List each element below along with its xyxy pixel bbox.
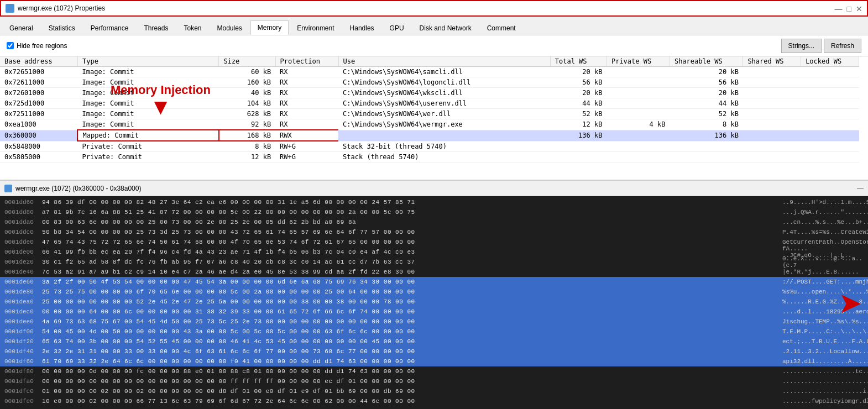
- table-row[interactable]: 0x72511000Image: Commit628 kBRXC:\Window…: [0, 109, 859, 119]
- hex-address: 0001dd60: [0, 199, 40, 206]
- hex-row[interactable]: 0001dfe010 e0 00 00 02 00 00 00 66 77 13…: [0, 396, 868, 406]
- hex-row[interactable]: 0001df2065 63 74 00 3b 00 00 00 54 52 55…: [0, 337, 868, 347]
- tab-environment[interactable]: Environment: [290, 20, 341, 35]
- table-cell: 0x5848000: [0, 141, 77, 152]
- hex-row[interactable]: 0001ddc050 b8 34 54 00 00 00 00 25 73 3d…: [0, 227, 868, 237]
- close-button[interactable]: ✕: [856, 4, 862, 13]
- table-cell: Image: Commit: [77, 119, 218, 130]
- hex-row[interactable]: 0001de0066 41 99 fb bb ec ea 20 7f f4 96…: [0, 247, 868, 257]
- table-cell: [606, 141, 670, 152]
- hex-bytes: 54 00 45 00 4d 00 50 00 00 00 00 00 43 3…: [40, 328, 782, 335]
- hex-row[interactable]: 0001de407c 53 a2 91 a7 a9 b1 c2 c9 14 10…: [0, 267, 868, 277]
- strings-button[interactable]: Strings...: [781, 39, 822, 53]
- table-row[interactable]: 0x725d1000Image: Commit104 kBRXC:\Window…: [0, 98, 859, 109]
- hex-bytes: 3a 2f 2f 00 50 4f 53 54 00 00 00 00 47 4…: [40, 279, 782, 285]
- table-cell: [801, 109, 859, 119]
- hide-free-regions-label[interactable]: Hide free regions: [7, 42, 67, 50]
- table-row[interactable]: 0x72611000Image: Commit160 kBRXC:\Window…: [0, 77, 859, 88]
- hex-row[interactable]: 0001dea025 00 00 00 00 00 00 00 52 2e 45…: [0, 297, 868, 307]
- hex-bytes: a7 81 9b 7c 16 6a 88 51 25 41 87 72 00 0…: [40, 209, 782, 216]
- hex-row[interactable]: 0001df0054 00 45 00 4d 00 50 00 00 00 00…: [0, 327, 868, 337]
- hex-bytes: 94 86 39 df 00 00 00 00 82 48 27 3e 64 c…: [40, 199, 782, 206]
- hex-row[interactable]: 0001df8000 00 00 00 0d 00 00 00 fc 00 00…: [0, 366, 868, 376]
- hex-address: 0001de60: [0, 279, 40, 285]
- title-bar: wermgr.exe (1072) Properties — □ ✕: [0, 0, 868, 17]
- hex-row[interactable]: 0001dd80a7 81 9b 7c 16 6a 88 51 25 41 87…: [0, 207, 868, 217]
- table-cell: 92 kB: [219, 119, 275, 130]
- col-header-lockedws: Locked WS: [801, 56, 859, 67]
- tab-performance[interactable]: Performance: [83, 20, 136, 35]
- hex-panel-title: wermgr.exe (1072) (0x360000 - 0x38a000): [15, 185, 141, 192]
- hex-ascii: GetCurrentPath..OpenStorage.....: [782, 239, 868, 245]
- hex-row[interactable]: 0001dde047 65 74 43 75 72 72 65 6e 74 50…: [0, 237, 868, 247]
- hex-row[interactable]: 0001dd6094 86 39 df 00 00 00 00 82 48 27…: [0, 197, 868, 207]
- hex-row[interactable]: 0001dda000 83 00 63 6e 00 00 00 00 25 00…: [0, 217, 868, 227]
- table-cell: 0xea1000: [0, 119, 77, 130]
- hex-bytes: 00 00 00 00 0d 00 00 00 fc 00 00 00 88 e…: [40, 368, 782, 375]
- table-cell: Image: Commit: [77, 67, 218, 77]
- hex-row[interactable]: 0001dec000 00 00 00 64 00 00 6c 00 00 00…: [0, 307, 868, 317]
- table-row[interactable]: 0xea1000Image: Commit92 kBRXC:\Windows\S…: [0, 119, 859, 130]
- hex-address: 0001ddc0: [0, 229, 40, 235]
- tab-handles[interactable]: Handles: [343, 20, 381, 35]
- table-cell: 0x725d1000: [0, 98, 77, 109]
- hex-ascii: ....d..l....18293...aeroflot....: [782, 308, 868, 315]
- table-row[interactable]: 0x72601000Image: Commit40 kBRXC:\Windows…: [0, 88, 859, 98]
- table-cell: [743, 152, 801, 162]
- hex-row[interactable]: 0001de2030 c1 f2 65 ad 58 8f dc fc 76 fb…: [0, 257, 868, 267]
- table-cell: [801, 77, 859, 88]
- tab-comment[interactable]: Comment: [480, 20, 523, 35]
- hex-ascii: ......................i...i.: [782, 388, 868, 395]
- table-cell: Image: Commit: [77, 88, 218, 98]
- hex-bytes: 61 70 69 33 32 2e 64 6c 6c 00 00 00 00 0…: [40, 358, 782, 365]
- tab-gpu[interactable]: GPU: [383, 20, 411, 35]
- hex-address: 0001df80: [0, 368, 40, 375]
- table-row[interactable]: 0x5805000Private: Commit12 kBRW+GStack (…: [0, 152, 859, 162]
- hex-ascii: ...j.Q%A.r......".......*.\u: [782, 209, 868, 216]
- hex-bytes: 30 c1 f2 65 ad 58 8f dc fc 76 fb ab 95 f…: [40, 259, 782, 265]
- table-cell: [550, 152, 606, 162]
- tab-token[interactable]: Token: [176, 20, 208, 35]
- hex-ascii: |e.*R.*j....E.8......: [782, 269, 868, 275]
- hex-ascii: ...cn....%.s...%e...b+..i.: [782, 219, 868, 226]
- table-cell: [743, 67, 801, 77]
- table-cell: 0x72601000: [0, 88, 77, 98]
- hex-row[interactable]: 0001dfc001 00 00 00 00 02 00 00 02 00 00…: [0, 386, 868, 396]
- table-row[interactable]: 0x72651000Image: Commit60 kBRXC:\Windows…: [0, 67, 859, 77]
- table-row[interactable]: 0x5848000Private: Commit8 kBRW+GStack 32…: [0, 141, 859, 152]
- table-cell: [801, 130, 859, 141]
- hex-bytes: 7c 53 a2 91 a7 a9 b1 c2 c9 14 10 e4 c7 2…: [40, 269, 782, 275]
- tab-memory[interactable]: Memory: [250, 20, 289, 35]
- hex-row[interactable]: 0001df402e 32 2e 31 31 00 00 33 00 33 00…: [0, 347, 868, 356]
- hex-row[interactable]: 0001dee04a 69 73 63 68 75 67 00 54 45 4d…: [0, 317, 868, 327]
- hex-row[interactable]: 0001de8025 73 25 75 00 00 00 00 6f 70 65…: [0, 287, 868, 297]
- table-cell: [550, 141, 606, 152]
- hex-row[interactable]: 0001de603a 2f 2f 00 50 4f 53 54 00 00 00…: [0, 277, 868, 287]
- tab-statistics[interactable]: Statistics: [41, 20, 82, 35]
- hide-free-regions-checkbox[interactable]: [7, 42, 14, 49]
- hex-ascii: .2.11..3.2...Locallow...shlw...: [782, 348, 868, 355]
- col-header-base: Base address: [0, 56, 77, 67]
- table-cell: RX: [275, 67, 338, 77]
- table-cell: 160 kB: [219, 77, 275, 88]
- table-cell: 20 kB: [670, 88, 742, 98]
- hex-row[interactable]: 0001df6061 70 69 33 32 2e 64 6c 6c 00 00…: [0, 356, 868, 366]
- tab-disk-and-network[interactable]: Disk and Network: [412, 20, 479, 35]
- table-cell: Stack (thread 5740): [338, 152, 550, 162]
- table-cell: C:\Windows\SysWOW64\samcli.dll: [338, 67, 550, 77]
- hex-bytes: 4a 69 73 63 68 75 67 00 54 45 4d 50 00 2…: [40, 318, 782, 325]
- maximize-button[interactable]: □: [847, 4, 851, 13]
- tab-threads[interactable]: Threads: [137, 20, 175, 35]
- table-cell: [670, 152, 742, 162]
- hex-bytes: 2e 32 2e 31 31 00 00 33 00 33 00 00 4c 6…: [40, 348, 782, 355]
- minimize-button[interactable]: —: [835, 4, 843, 13]
- window-controls[interactable]: — □ ✕: [835, 4, 862, 13]
- tab-general[interactable]: General: [2, 20, 40, 35]
- hex-ascii: T.E.M.P.....C:..\..\..\...coll..: [782, 328, 868, 335]
- app-icon: [6, 4, 14, 13]
- hex-panel-close[interactable]: —: [857, 185, 864, 192]
- hex-row[interactable]: 0001dfa000 00 00 00 00 00 00 00 00 00 00…: [0, 376, 868, 386]
- table-row[interactable]: 0x360000Mapped: Commit168 kBRWX136 kB136…: [0, 130, 859, 141]
- refresh-button[interactable]: Refresh: [824, 39, 861, 53]
- tab-modules[interactable]: Modules: [210, 20, 249, 35]
